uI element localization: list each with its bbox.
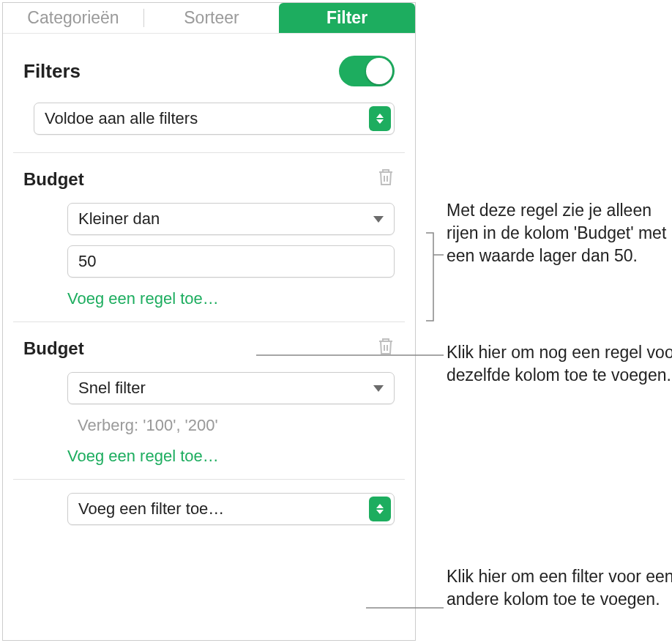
match-filters-label: Voldoe aan alle filters (45, 109, 198, 128)
rule-type-label: Snel filter (78, 379, 146, 398)
add-filter-label: Voeg een filter toe… (78, 499, 224, 519)
tab-categories[interactable]: Categorieën (3, 3, 143, 33)
rule-type-dropdown[interactable]: Snel filter (67, 372, 395, 404)
filters-toggle[interactable] (339, 56, 395, 86)
tab-filter[interactable]: Filter (279, 3, 415, 33)
trash-icon[interactable] (377, 168, 395, 191)
rule-type-dropdown[interactable]: Kleiner dan (67, 203, 395, 235)
filter-group-column: Budget (23, 169, 84, 190)
callout-add-rule: Klik hier om nog een regel voor dezelfde… (447, 341, 672, 387)
add-filter-select[interactable]: Voeg een filter toe… (67, 493, 395, 525)
add-rule-link[interactable]: Voeg een regel toe… (67, 447, 395, 466)
filter-group-header: Budget (3, 153, 415, 196)
updown-icon (369, 106, 391, 131)
filter-panel: Categorieën Sorteer Filter Filters Voldo… (2, 2, 416, 641)
filters-header: Filters (3, 34, 415, 94)
chevron-down-icon (373, 385, 384, 392)
match-filters-row: Voldoe aan alle filters (3, 94, 415, 152)
trash-icon[interactable] (377, 337, 395, 360)
tabs-bar: Categorieën Sorteer Filter (3, 3, 415, 34)
callout-add-filter: Klik hier om een filter voor een andere … (447, 565, 672, 611)
add-filter-row: Voeg een filter toe… (3, 480, 415, 540)
quick-filter-values: Verberg: '100', '200' (67, 415, 395, 447)
tab-sort[interactable]: Sorteer (144, 3, 279, 33)
filters-title: Filters (23, 60, 81, 83)
toggle-knob (366, 58, 392, 84)
rule-value-input[interactable] (67, 245, 395, 278)
chevron-down-icon (373, 216, 384, 223)
updown-icon (369, 497, 391, 521)
filter-group-column: Budget (23, 338, 84, 359)
filter-rule-block: Snel filter Verberg: '100', '200' Voeg e… (3, 365, 415, 479)
add-rule-link[interactable]: Voeg een regel toe… (67, 289, 395, 308)
filter-group-header: Budget (3, 322, 415, 365)
match-filters-select[interactable]: Voldoe aan alle filters (34, 103, 395, 135)
rule-type-label: Kleiner dan (78, 209, 160, 228)
filter-rule-block: Kleiner dan Voeg een regel toe… (3, 196, 415, 322)
callout-rule-description: Met deze regel zie je alleen rijen in de… (447, 199, 672, 267)
